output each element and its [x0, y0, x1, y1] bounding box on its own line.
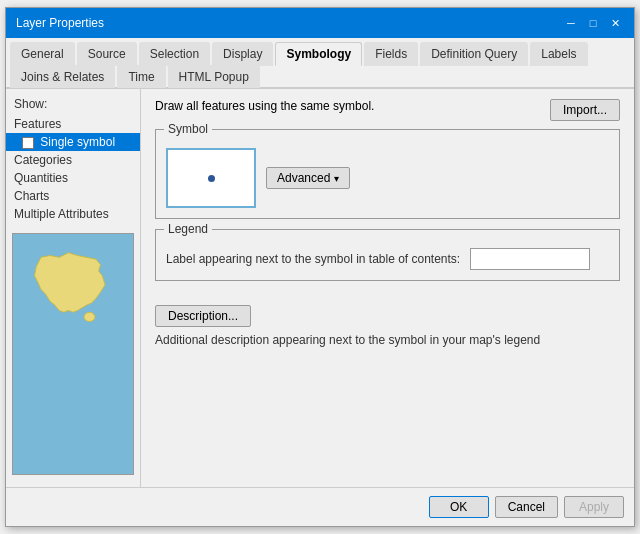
symbol-preview[interactable] — [166, 148, 256, 208]
tab-selection[interactable]: Selection — [139, 42, 210, 66]
chevron-down-icon: ▾ — [334, 173, 339, 184]
symbol-row: Advanced ▾ — [166, 138, 609, 208]
legend-label-text: Label appearing next to the symbol in ta… — [166, 252, 460, 266]
legend-group-title: Legend — [164, 222, 212, 236]
cancel-button[interactable]: Cancel — [495, 496, 558, 518]
advanced-label: Advanced — [277, 171, 330, 185]
advanced-button[interactable]: Advanced ▾ — [266, 167, 350, 189]
title-bar: Layer Properties ─ □ ✕ — [6, 8, 634, 38]
import-button[interactable]: Import... — [550, 99, 620, 121]
tab-fields[interactable]: Fields — [364, 42, 418, 66]
sidebar-item-charts[interactable]: Charts — [6, 187, 140, 205]
symbol-dot-icon — [208, 175, 215, 182]
sidebar-item-quantities[interactable]: Quantities — [6, 169, 140, 187]
sidebar-item-features-label: Features — [14, 117, 61, 131]
checkbox-icon — [22, 137, 34, 149]
minimize-button[interactable]: ─ — [562, 14, 580, 32]
panel-title: Draw all features using the same symbol. — [155, 99, 374, 113]
tab-bar: General Source Selection Display Symbolo… — [6, 38, 634, 89]
layer-properties-window: Layer Properties ─ □ ✕ General Source Se… — [5, 7, 635, 527]
description-section: Description... Additional description ap… — [155, 291, 620, 347]
apply-button[interactable]: Apply — [564, 496, 624, 518]
maximize-button[interactable]: □ — [584, 14, 602, 32]
close-button[interactable]: ✕ — [606, 14, 624, 32]
tab-html-popup[interactable]: HTML Popup — [168, 65, 260, 88]
legend-label-row: Label appearing next to the symbol in ta… — [166, 238, 609, 270]
legend-group: Legend Label appearing next to the symbo… — [155, 229, 620, 281]
show-label: Show: — [6, 95, 140, 115]
sidebar-item-categories[interactable]: Categories — [6, 151, 140, 169]
sidebar-item-multiple-attributes-label: Multiple Attributes — [14, 207, 109, 221]
map-preview — [12, 233, 134, 475]
tab-source[interactable]: Source — [77, 42, 137, 66]
main-content: Show: Features Single symbol Categories … — [6, 89, 634, 487]
legend-label-input[interactable] — [470, 248, 590, 270]
window-title: Layer Properties — [16, 16, 104, 30]
tab-labels[interactable]: Labels — [530, 42, 587, 66]
tab-display[interactable]: Display — [212, 42, 273, 66]
description-button[interactable]: Description... — [155, 305, 251, 327]
tab-general[interactable]: General — [10, 42, 75, 66]
description-note: Additional description appearing next to… — [155, 333, 620, 347]
symbol-group-title: Symbol — [164, 122, 212, 136]
sidebar-item-single-symbol-label: Single symbol — [40, 135, 115, 149]
sidebar-item-quantities-label: Quantities — [14, 171, 68, 185]
right-panel: Draw all features using the same symbol.… — [141, 89, 634, 487]
ok-button[interactable]: OK — [429, 496, 489, 518]
footer: OK Cancel Apply — [6, 487, 634, 526]
svg-point-2 — [84, 312, 95, 321]
tab-definition-query[interactable]: Definition Query — [420, 42, 528, 66]
sidebar-item-features[interactable]: Features — [6, 115, 140, 133]
sidebar: Show: Features Single symbol Categories … — [6, 89, 141, 487]
australia-map-svg — [18, 239, 128, 331]
sidebar-item-multiple-attributes[interactable]: Multiple Attributes — [6, 205, 140, 223]
sidebar-item-charts-label: Charts — [14, 189, 49, 203]
title-bar-controls: ─ □ ✕ — [562, 14, 624, 32]
tab-time[interactable]: Time — [117, 65, 165, 88]
sidebar-item-single-symbol[interactable]: Single symbol — [6, 133, 140, 151]
tab-joins-relates[interactable]: Joins & Relates — [10, 65, 115, 88]
symbol-group: Symbol Advanced ▾ — [155, 129, 620, 219]
tab-symbology[interactable]: Symbology — [275, 42, 362, 66]
sidebar-item-categories-label: Categories — [14, 153, 72, 167]
